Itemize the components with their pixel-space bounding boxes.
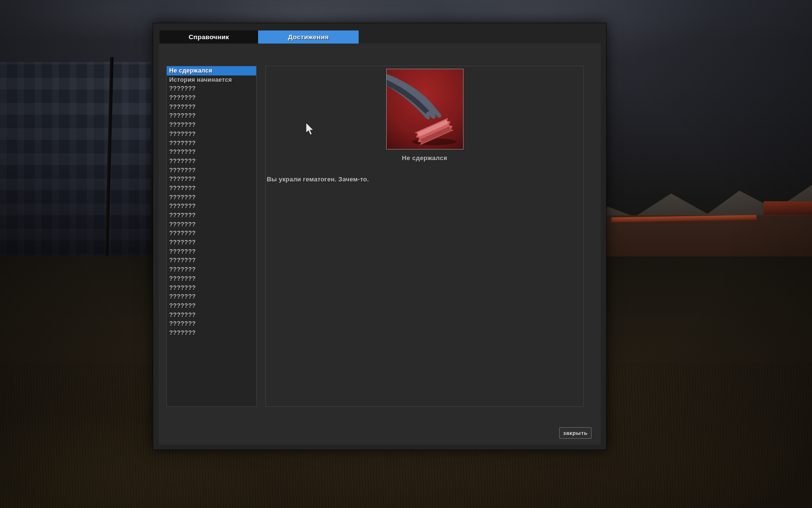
achievement-list-item[interactable]: ??????? [167,166,256,175]
tab-reference[interactable]: Справочник [160,30,258,44]
achievement-list-item[interactable]: ??????? [167,193,256,202]
achievement-list-item[interactable]: ??????? [167,274,256,284]
achievement-list-item[interactable]: ??????? [167,220,256,229]
achievements-dialog: Справочник Достижения Не сдержалсяИстори… [153,23,607,450]
achievement-list-item[interactable]: ??????? [167,175,256,184]
achievement-description: Вы украли гематоген. Зачем-то. [267,176,369,183]
tab-achievements[interactable]: Достижения [258,30,359,44]
achievement-list-item[interactable]: ??????? [167,229,256,238]
achievement-list-item[interactable]: ??????? [167,93,256,103]
achievement-list-item[interactable]: ??????? [167,202,256,211]
achievement-list-item[interactable]: ??????? [167,292,256,301]
hand-reaching-hematogen-icon [386,69,464,149]
achievement-list-item[interactable]: История начинается [167,75,256,85]
achievement-list-item[interactable]: ??????? [167,184,256,193]
achievement-list-item[interactable]: ??????? [167,157,256,166]
achievement-list-item[interactable]: ??????? [167,256,256,265]
achievement-title: Не сдержался [266,154,583,162]
roof-edge-right [764,201,812,215]
achievement-list-item[interactable]: ??????? [167,103,256,112]
achievement-list-item[interactable]: ??????? [167,311,256,320]
achievement-list-item[interactable]: ??????? [167,130,256,139]
achievement-list-item[interactable]: ??????? [167,247,256,256]
achievement-list-item[interactable]: ??????? [167,329,256,338]
achievement-list-item[interactable]: ??????? [167,211,256,220]
close-button[interactable]: закрыть [559,427,592,439]
achievement-list-item[interactable]: ??????? [167,301,256,311]
achievement-list-item[interactable]: ??????? [167,120,256,130]
tab-bar: Справочник Достижения [160,30,359,44]
achievement-list-item[interactable]: Не сдержался [167,66,256,75]
dialog-panel: Не сдержалсяИстория начинается??????????… [159,44,601,445]
achievement-list-item[interactable]: ??????? [167,139,256,148]
achievement-list-item[interactable]: ??????? [167,148,256,157]
achievement-list-item[interactable]: ??????? [167,238,256,247]
achievement-list: Не сдержалсяИстория начинается??????????… [166,66,257,407]
achievement-list-item[interactable]: ??????? [167,111,256,120]
achievement-list-item[interactable]: ??????? [167,265,256,274]
achievement-list-item[interactable]: ??????? [167,319,256,329]
achievement-list-item[interactable]: ??????? [167,284,256,293]
achievement-list-item[interactable]: ??????? [167,84,256,93]
achievement-detail: Не сдержался Вы украли гематоген. Зачем-… [265,66,584,407]
